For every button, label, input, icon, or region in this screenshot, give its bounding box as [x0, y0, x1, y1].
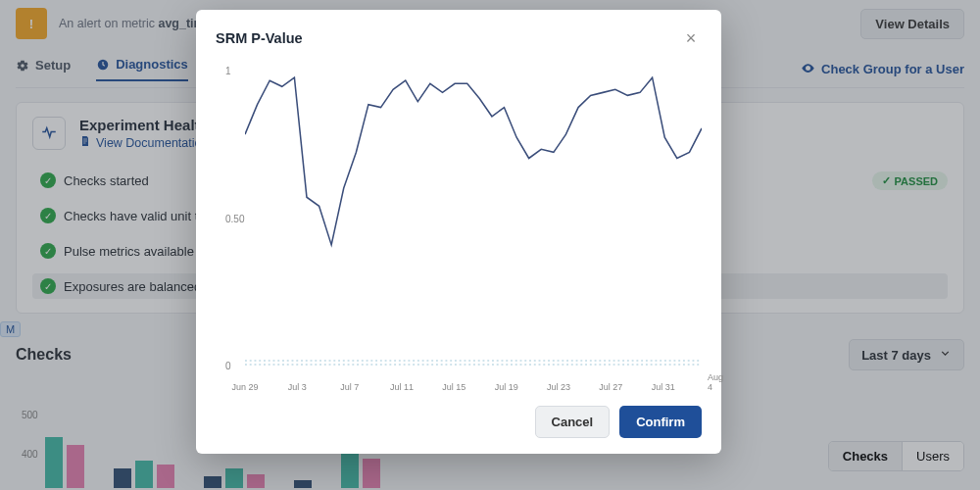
- line-chart-svg: [245, 69, 702, 368]
- modal-title: SRM P-Value: [216, 30, 303, 46]
- chart-x-tick: Jul 3: [288, 382, 307, 392]
- confirm-button[interactable]: Confirm: [619, 406, 702, 438]
- chart-x-tick: Jul 31: [652, 382, 675, 392]
- chart-x-tick: Jun 29: [231, 382, 258, 392]
- chart-x-tick: Jul 19: [495, 382, 518, 392]
- close-icon[interactable]: ×: [680, 27, 702, 49]
- chart-x-tick: Jul 27: [599, 382, 622, 392]
- chart-x-tick: Jul 23: [547, 382, 570, 392]
- srm-pvalue-modal: SRM P-Value × 1 0.50 0 Jun 29Jul 3Jul 7J…: [196, 10, 721, 454]
- chart-x-tick: Jul 7: [340, 382, 359, 392]
- chart-x-tick: Jul 15: [442, 382, 466, 392]
- cancel-button[interactable]: Cancel: [535, 406, 611, 438]
- chart-x-tick: Aug 4: [708, 372, 723, 392]
- srm-chart: 1 0.50 0 Jun 29Jul 3Jul 7Jul 11Jul 15Jul…: [216, 69, 702, 392]
- chart-x-tick: Jul 11: [390, 382, 414, 392]
